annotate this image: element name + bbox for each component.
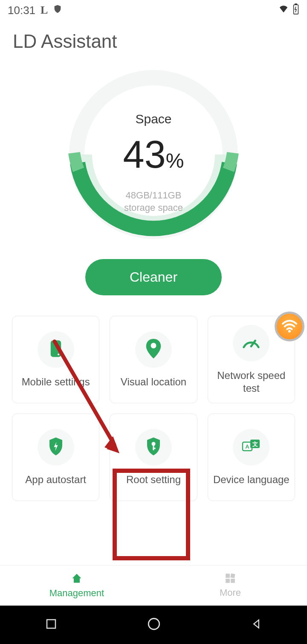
floating-wifi-button[interactable] — [275, 312, 304, 341]
gauge-subtext: 48GB/111GB storage space — [124, 189, 183, 214]
card-label: Mobile settings — [22, 376, 90, 388]
gauge-label: Space — [135, 112, 171, 126]
status-time: 10:31 — [8, 4, 35, 17]
root-setting-card[interactable]: Root setting — [110, 414, 197, 501]
storage-gauge: Space 43% 48GB/111GB storage space — [68, 69, 239, 240]
svg-text:文: 文 — [252, 441, 258, 447]
svg-point-20 — [148, 618, 159, 629]
nav-label: Management — [49, 588, 104, 599]
battery-charging-icon — [293, 3, 299, 17]
svg-rect-1 — [295, 4, 297, 5]
feature-grid: Mobile settings Visual location Network … — [0, 295, 307, 510]
svg-rect-18 — [231, 579, 235, 583]
nav-label: More — [220, 587, 241, 598]
wifi-icon — [278, 4, 289, 17]
location-pin-icon — [146, 339, 161, 360]
recent-apps-button[interactable] — [45, 618, 58, 632]
wifi-icon — [281, 320, 298, 333]
back-button[interactable] — [250, 618, 262, 632]
card-label: Visual location — [121, 376, 186, 388]
nav-management[interactable]: Management — [0, 565, 154, 606]
shield-icon — [53, 4, 62, 17]
android-nav-bar — [0, 606, 307, 644]
svg-text:A: A — [246, 443, 250, 450]
l-icon: L — [41, 4, 48, 17]
card-label: Root setting — [126, 473, 181, 486]
svg-point-21 — [288, 330, 291, 332]
svg-rect-10 — [153, 448, 155, 449]
app-title: LD Assistant — [0, 20, 307, 56]
cleaner-button[interactable]: Cleaner — [85, 259, 222, 295]
bottom-nav: Management More — [0, 565, 307, 606]
app-autostart-card[interactable]: App autostart — [12, 414, 99, 501]
translate-icon: A文 — [242, 438, 261, 457]
gauge-sub-line2: storage space — [124, 202, 183, 214]
grid-icon — [225, 573, 236, 586]
device-language-card[interactable]: A文 Device language — [208, 414, 295, 501]
gauge-value-number: 43 — [123, 133, 166, 176]
card-label: Network speed test — [208, 369, 295, 395]
home-button[interactable] — [147, 617, 161, 633]
svg-rect-19 — [47, 620, 55, 628]
card-label: App autostart — [25, 473, 86, 486]
shield-bolt-icon — [48, 437, 64, 457]
mobile-settings-card[interactable]: Mobile settings — [12, 316, 99, 403]
card-label: Device language — [213, 473, 290, 486]
phone-icon — [49, 339, 62, 360]
visual-location-card[interactable]: Visual location — [110, 316, 197, 403]
percent-sign: % — [166, 149, 184, 172]
speedometer-icon — [241, 335, 261, 352]
home-icon — [71, 572, 83, 586]
svg-rect-4 — [50, 340, 61, 357]
shield-key-icon — [146, 437, 161, 457]
nav-more[interactable]: More — [154, 565, 307, 606]
svg-rect-17 — [226, 579, 230, 583]
svg-point-5 — [58, 353, 59, 355]
svg-rect-15 — [226, 574, 230, 578]
svg-rect-16 — [230, 573, 235, 578]
status-bar: 10:31 L — [0, 0, 307, 20]
svg-point-6 — [151, 343, 156, 348]
gauge-value: 43% — [123, 133, 184, 177]
gauge-sub-line1: 48GB/111GB — [124, 189, 183, 202]
